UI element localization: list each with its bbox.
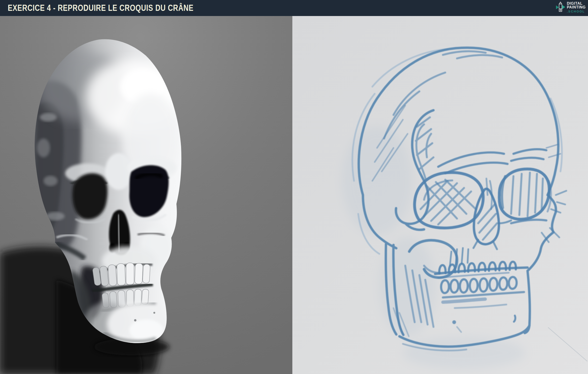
reference-3d-panel — [0, 16, 292, 374]
page-title: EXERCICE 4 - REPRODUIRE LE CROQUIS DU CR… — [8, 3, 194, 13]
pencil-logo-icon — [556, 2, 565, 13]
logo-word-school: .SCHOOL — [567, 10, 586, 13]
logo-word-digital: DIGITAL — [567, 2, 586, 5]
skull-3d-render — [0, 16, 292, 374]
digital-painting-school-logo: DIGITAL PAINTING .SCHOOL — [556, 2, 586, 13]
slide: EXERCICE 4 - REPRODUIRE LE CROQUIS DU CR… — [0, 0, 588, 374]
title-bar: EXERCICE 4 - REPRODUIRE LE CROQUIS DU CR… — [0, 0, 588, 16]
skull-sketch-render — [292, 16, 588, 374]
logo-word-painting: PAINTING — [567, 5, 586, 9]
logo-wordmark: DIGITAL PAINTING .SCHOOL — [567, 2, 586, 13]
sketch-panel — [292, 16, 588, 374]
